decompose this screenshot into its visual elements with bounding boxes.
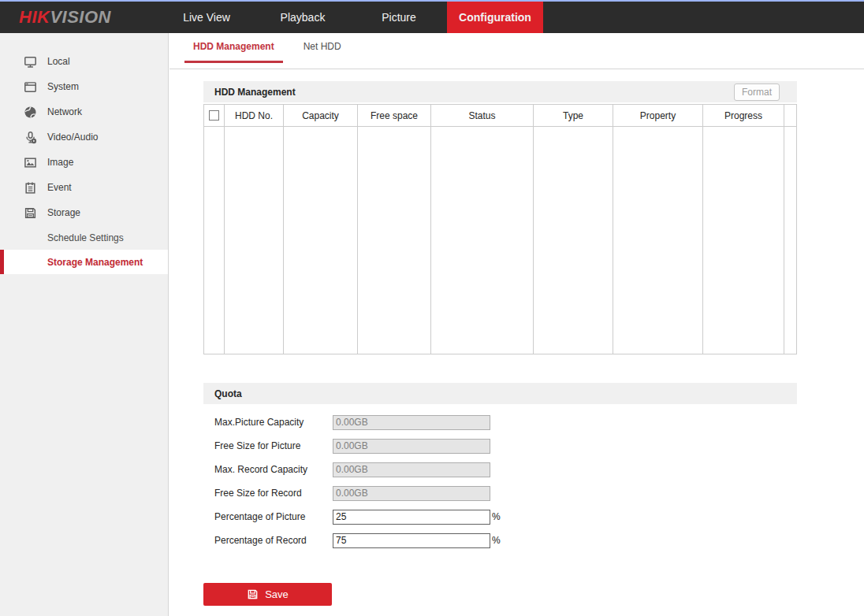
save-icon [247,588,259,600]
empty-body-cell [284,127,358,354]
sidebar-item-label: Local [47,56,70,67]
sidebar-item-storage-management[interactable]: Storage Management [0,250,168,274]
quota-row-free-size-record: Free Size for Record [203,481,797,505]
hdd-section-header: HDD Management Format [203,81,797,102]
hdd-management-section: HDD Management Format HDD No. Capacity F… [203,81,797,354]
hdd-section-title: HDD Management [214,87,296,98]
column-header-type: Type [534,105,613,126]
window-icon [24,80,37,94]
sidebar-subitem-label: Storage Management [47,257,143,268]
sidebar-item-label: Video/Audio [47,132,99,143]
empty-body-cell [358,127,431,354]
empty-body-cell [225,127,284,354]
empty-body-cell [204,127,225,354]
column-header-capacity: Capacity [284,105,358,126]
sidebar-item-label: System [47,81,79,92]
column-header-property: Property [613,105,703,126]
nav-live-view[interactable]: Live View [158,2,255,33]
save-button[interactable]: Save [203,583,332,606]
nav-playback[interactable]: Playback [255,2,351,33]
tab-hdd-management[interactable]: HDD Management [184,33,283,63]
column-header-status: Status [431,105,534,126]
hdd-table-body [204,127,796,354]
percent-sign: % [492,511,501,522]
sidebar-item-event[interactable]: Event [0,175,168,200]
select-all-checkbox[interactable] [209,110,219,121]
format-button[interactable]: Format [734,83,780,101]
quota-section-title: Quota [214,388,242,399]
hdd-table-header-row: HDD No. Capacity Free space Status Type … [204,105,796,127]
column-header-hdd-no: HDD No. [225,105,284,126]
percent-sign: % [492,535,501,546]
microphone-icon [24,131,37,144]
storage-icon [24,206,37,220]
image-icon [24,156,37,169]
field-label: Max. Record Capacity [214,464,333,475]
sidebar-item-label: Event [47,182,72,193]
free-size-picture-input [333,439,490,454]
save-button-label: Save [265,588,289,600]
field-label: Percentage of Record [214,535,333,546]
column-header-progress: Progress [703,105,784,126]
tab-bar: HDD Management Net HDD [169,33,864,69]
quota-row-percentage-picture: Percentage of Picture % [203,505,797,529]
percentage-of-picture-input[interactable] [333,510,490,525]
field-label: Max.Picture Capacity [214,417,333,428]
empty-body-cell [534,127,613,354]
quota-row-free-size-picture: Free Size for Picture [203,434,797,458]
tab-net-hdd[interactable]: Net HDD [295,33,350,63]
page: HIKVISION Live View Playback Picture Con… [0,0,864,616]
field-label: Percentage of Picture [214,511,333,522]
field-label: Free Size for Record [214,488,333,499]
sidebar-item-system[interactable]: System [0,74,168,99]
sidebar-item-schedule-settings[interactable]: Schedule Settings [0,225,168,250]
hikvision-logo: HIKVISION [19,2,111,33]
sidebar-item-image[interactable]: Image [0,150,168,175]
monitor-icon [24,55,37,69]
sidebar-subitem-label: Schedule Settings [47,232,124,243]
column-header-spacer [784,105,796,126]
free-size-record-input [333,486,490,501]
max-picture-capacity-input [333,415,490,430]
sidebar: Local System Network Video/Audio Image [0,33,169,616]
percentage-of-record-input[interactable] [333,533,490,548]
empty-body-cell [784,127,796,354]
empty-body-cell [613,127,703,354]
quota-section: Quota Max.Picture Capacity Free Size for… [203,383,797,606]
quota-fields: Max.Picture Capacity Free Size for Pictu… [203,404,797,552]
sidebar-item-local[interactable]: Local [0,49,168,74]
empty-body-cell [703,127,784,354]
logo-hik-text: HIK [19,7,50,28]
sidebar-item-storage[interactable]: Storage [0,200,168,225]
quota-row-max-picture-capacity: Max.Picture Capacity [203,410,797,434]
globe-icon [24,106,37,119]
sidebar-item-label: Storage [47,207,80,218]
column-header-free-space: Free space [358,105,431,126]
max-record-capacity-input [333,462,490,477]
field-label: Free Size for Picture [214,440,333,451]
sidebar-item-label: Image [47,157,73,168]
quota-row-percentage-record: Percentage of Record % [203,529,797,552]
sidebar-item-network[interactable]: Network [0,99,168,124]
main-nav: Live View Playback Picture Configuration [158,2,543,33]
sidebar-item-video-audio[interactable]: Video/Audio [0,124,168,150]
top-bar: HIKVISION Live View Playback Picture Con… [0,2,864,33]
event-icon [24,181,37,195]
hdd-table-select-all-cell [204,105,225,126]
empty-body-cell [431,127,534,354]
logo-vision-text: VISION [50,7,111,28]
nav-configuration[interactable]: Configuration [447,2,543,33]
quota-section-header: Quota [203,383,797,404]
main-content: HDD Management Net HDD HDD Management Fo… [169,33,864,616]
nav-picture[interactable]: Picture [351,2,447,33]
hdd-table: HDD No. Capacity Free space Status Type … [203,104,797,354]
quota-row-max-record-capacity: Max. Record Capacity [203,458,797,481]
sidebar-item-label: Network [47,106,82,117]
